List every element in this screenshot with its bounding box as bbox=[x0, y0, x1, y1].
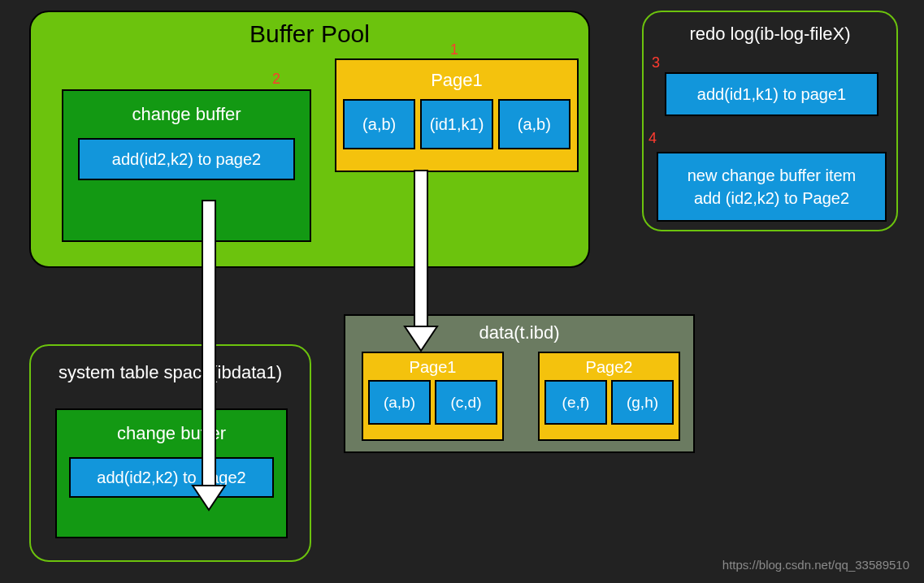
change-buffer-bp: change buffer add(id2,k2) to page2 bbox=[62, 89, 311, 242]
redo-log-box: redo log(ib-log-fileX) 3 4 add(id1,k1) t… bbox=[642, 11, 898, 231]
page1-bp-cell: (a,b) bbox=[498, 99, 570, 149]
change-buffer-sys: change buffer add(id2,k2) to page2 bbox=[55, 408, 288, 538]
marker-1: 1 bbox=[450, 41, 458, 58]
change-buffer-bp-entry: add(id2,k2) to page2 bbox=[78, 138, 295, 180]
change-buffer-sys-title: change buffer bbox=[57, 423, 286, 444]
redo-entry-2-line2: add (id2,k2) to Page2 bbox=[694, 187, 849, 209]
data-page1-cells: (a,b) (c,d) bbox=[363, 380, 502, 430]
credit-text: https://blog.csdn.net/qq_33589510 bbox=[722, 558, 909, 572]
data-page1-title: Page1 bbox=[363, 353, 502, 380]
marker-3: 3 bbox=[652, 54, 660, 71]
data-page2-cell: (e,f) bbox=[544, 380, 607, 425]
marker-4: 4 bbox=[649, 130, 657, 147]
data-page1-cell: (c,d) bbox=[435, 380, 497, 425]
data-page2: Page2 (e,f) (g,h) bbox=[538, 352, 680, 441]
page1-bp-cell: (id1,k1) bbox=[420, 99, 492, 149]
buffer-pool-box: Buffer Pool 1 2 change buffer add(id2,k2… bbox=[29, 11, 590, 268]
redo-log-title: redo log(ib-log-fileX) bbox=[644, 24, 896, 45]
sys-table-space-title: system table space(ibdata1) bbox=[31, 362, 310, 383]
redo-entry-1: add(id1,k1) to page1 bbox=[665, 72, 878, 116]
marker-2: 2 bbox=[272, 71, 280, 88]
redo-entry-2: new change buffer item add (id2,k2) to P… bbox=[657, 152, 887, 222]
page1-bp-cells: (a,b) (id1,k1) (a,b) bbox=[336, 99, 577, 156]
data-page2-title: Page2 bbox=[540, 353, 679, 380]
data-page1-cell: (a,b) bbox=[368, 380, 431, 425]
buffer-pool-title: Buffer Pool bbox=[31, 20, 588, 48]
page1-bp-title: Page1 bbox=[336, 60, 577, 99]
change-buffer-bp-title: change buffer bbox=[63, 104, 310, 125]
page1-bp: Page1 (a,b) (id1,k1) (a,b) bbox=[335, 58, 579, 172]
data-page1: Page1 (a,b) (c,d) bbox=[362, 352, 504, 441]
redo-entry-2-line1: new change buffer item bbox=[688, 164, 857, 187]
sys-table-space-box: system table space(ibdata1) change buffe… bbox=[29, 344, 311, 562]
data-file-title: data(t.ibd) bbox=[345, 322, 693, 343]
page1-bp-cell: (a,b) bbox=[343, 99, 415, 149]
data-page2-cells: (e,f) (g,h) bbox=[540, 380, 679, 430]
data-file-box: data(t.ibd) Page1 (a,b) (c,d) Page2 (e,f… bbox=[344, 314, 695, 453]
data-page2-cell: (g,h) bbox=[611, 380, 674, 425]
change-buffer-sys-entry: add(id2,k2) to page2 bbox=[69, 457, 274, 498]
